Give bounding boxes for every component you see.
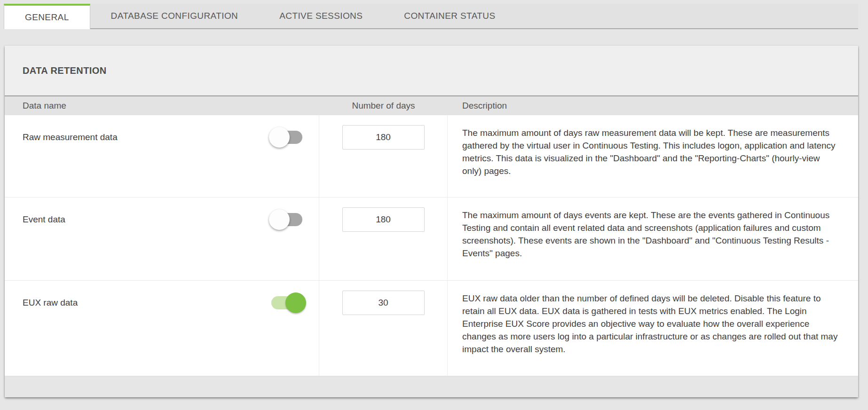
tab-bar-filler — [516, 4, 858, 29]
column-header-number-of-days: Number of days — [319, 101, 448, 111]
page-title: DATA RETENTION — [23, 65, 107, 76]
raw-measurement-data-toggle[interactable] — [271, 125, 307, 150]
column-header-data-name: Data name — [5, 101, 319, 111]
row-description: The maximum amount of days events are ke… — [448, 197, 858, 280]
row-label: EUX raw data — [23, 291, 78, 315]
table-row-eux-raw-data: EUX raw data EUX raw data older than the… — [5, 281, 858, 376]
toggle-knob — [269, 127, 290, 148]
panel-footer — [5, 376, 858, 397]
row-description: The maximum amount of days raw measureme… — [448, 115, 858, 197]
row-description: EUX raw data older than the number of de… — [448, 281, 858, 376]
table-row-raw-measurement-data: Raw measurement data The maximum amount … — [5, 115, 858, 197]
event-data-days-input[interactable] — [342, 207, 425, 232]
raw-measurement-days-input[interactable] — [342, 125, 425, 150]
tab-active-sessions[interactable]: ACTIVE SESSIONS — [259, 4, 383, 29]
tab-general[interactable]: GENERAL — [4, 4, 90, 29]
eux-raw-data-toggle[interactable] — [271, 291, 307, 315]
table-header-row: Data name Number of days Description — [5, 95, 858, 115]
toggle-knob — [285, 292, 306, 313]
row-label: Raw measurement data — [23, 125, 118, 150]
column-header-description: Description — [448, 101, 858, 111]
row-label: Event data — [23, 207, 65, 232]
event-data-toggle[interactable] — [271, 207, 307, 232]
tab-database-configuration[interactable]: DATABASE CONFIGURATION — [90, 4, 259, 29]
eux-raw-data-days-input[interactable] — [342, 291, 425, 315]
tab-container-status[interactable]: CONTAINER STATUS — [383, 4, 516, 29]
settings-tab-bar: GENERAL DATABASE CONFIGURATION ACTIVE SE… — [0, 0, 868, 29]
panel-header: DATA RETENTION — [5, 46, 858, 95]
data-retention-panel: DATA RETENTION Data name Number of days … — [5, 46, 858, 397]
table-row-event-data: Event data The maximum amount of days ev… — [5, 197, 858, 281]
toggle-knob — [269, 209, 290, 230]
